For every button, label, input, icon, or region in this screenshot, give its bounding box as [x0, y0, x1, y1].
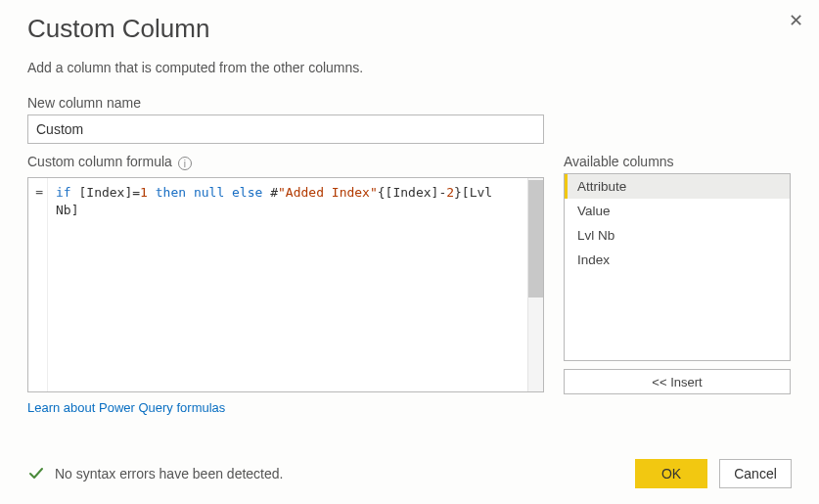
insert-button[interactable]: << Insert — [564, 369, 791, 394]
learn-formulas-link[interactable]: Learn about Power Query formulas — [27, 400, 544, 415]
check-icon — [27, 465, 45, 482]
ok-button[interactable]: OK — [635, 459, 707, 488]
dialog-subtitle: Add a column that is computed from the o… — [27, 60, 792, 75]
available-columns-list[interactable]: Attribute Value Lvl Nb Index — [564, 173, 791, 361]
close-icon[interactable]: ✕ — [789, 10, 803, 31]
available-column-item[interactable]: Index — [565, 248, 790, 272]
column-name-input[interactable] — [27, 115, 544, 144]
scrollbar-thumb[interactable] — [528, 180, 543, 298]
formula-scrollbar[interactable] — [527, 178, 543, 391]
name-field-label: New column name — [27, 95, 792, 111]
available-column-item[interactable]: Value — [565, 199, 790, 223]
available-column-item[interactable]: Attribute — [565, 174, 790, 199]
formula-code[interactable]: if [Index]=1 then null else #"Added Inde… — [48, 178, 527, 391]
formula-label: Custom column formula — [27, 154, 172, 169]
cancel-button[interactable]: Cancel — [719, 459, 792, 488]
info-icon[interactable]: i — [178, 157, 192, 170]
dialog-title: Custom Column — [27, 14, 792, 44]
formula-gutter: = — [28, 178, 48, 391]
status-message: No syntax errors have been detected. — [55, 466, 283, 481]
available-columns-label: Available columns — [564, 154, 791, 169]
available-column-item[interactable]: Lvl Nb — [565, 223, 790, 248]
formula-editor[interactable]: = if [Index]=1 then null else #"Added In… — [27, 177, 544, 392]
